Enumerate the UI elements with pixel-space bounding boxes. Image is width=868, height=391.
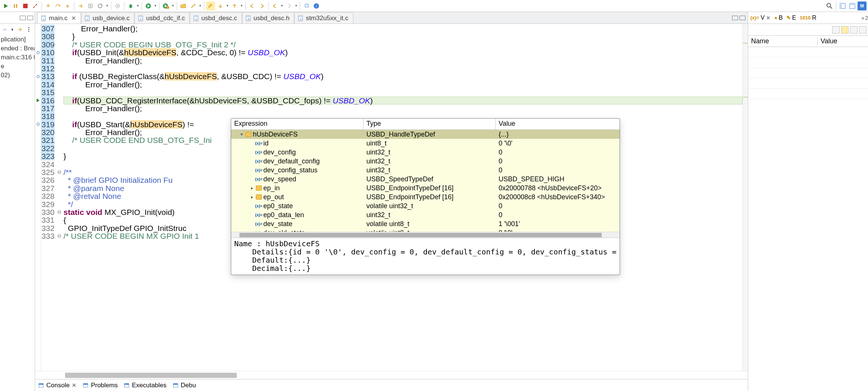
sync-up-icon[interactable] xyxy=(230,1,239,10)
maximize-view-icon[interactable] xyxy=(27,16,33,20)
popup-row[interactable]: (x)=dev_speed USBD_SpeedTypeDef USBD_SPE… xyxy=(231,175,620,184)
target-icon[interactable] xyxy=(113,1,122,10)
dropdown-arrow-icon[interactable]: ▼ xyxy=(171,1,175,10)
add-expression-icon[interactable] xyxy=(841,26,849,34)
instruction-mode-icon[interactable] xyxy=(16,26,23,33)
variables-col-value[interactable]: Value xyxy=(818,37,868,45)
right-tab[interactable]: ● B xyxy=(774,15,783,21)
restart-icon[interactable] xyxy=(96,1,105,10)
debug-stack-line[interactable]: e xyxy=(1,62,35,71)
debug-bug-icon[interactable] xyxy=(126,1,135,10)
dropdown-arrow-icon[interactable]: ▼ xyxy=(280,1,284,10)
step-into-icon[interactable] xyxy=(44,1,53,10)
dropdown-arrow-icon[interactable]: ▼ xyxy=(198,1,202,10)
dropdown-arrow-icon[interactable]: ▼ xyxy=(10,28,14,32)
bottom-tab[interactable]: Console ✕ xyxy=(38,382,77,389)
tree-twistie-icon[interactable]: ▸ xyxy=(250,194,254,200)
bottom-tab[interactable]: Executables xyxy=(124,382,167,389)
bottom-tab[interactable]: Debu xyxy=(173,382,196,389)
popup-horizontal-scrollbar[interactable] xyxy=(231,232,620,238)
dropdown-arrow-icon[interactable]: ▼ xyxy=(294,1,298,10)
maximize-editor-icon[interactable] xyxy=(740,16,745,20)
debug-stack-line[interactable]: plication] xyxy=(1,35,35,44)
dropdown-arrow-icon[interactable]: ▼ xyxy=(154,1,157,10)
instruction-step-icon[interactable] xyxy=(76,1,85,10)
popup-col-expression[interactable]: Expression xyxy=(231,119,363,129)
variables-col-name[interactable]: Name xyxy=(748,37,818,45)
nav-fwd-alt-icon[interactable] xyxy=(257,1,266,10)
editor-tab[interactable]: .cusbd_cdc_if.c xyxy=(134,12,190,24)
overview-ruler[interactable] xyxy=(743,24,748,371)
debug-stack-line[interactable]: 02) xyxy=(1,71,35,80)
suspend-icon[interactable] xyxy=(11,1,20,10)
popup-row[interactable]: (x)=dev_default_config uint32_t 0 xyxy=(231,157,620,166)
popup-row[interactable]: (x)=dev_config_status uint32_t 0 xyxy=(231,166,620,175)
close-icon[interactable]: ✕ xyxy=(72,382,77,389)
wand-icon[interactable] xyxy=(189,1,198,10)
perspective-2-icon[interactable] xyxy=(848,1,857,10)
close-icon[interactable]: ✕ xyxy=(766,15,771,21)
perspective-1-icon[interactable] xyxy=(838,1,847,10)
popup-row[interactable]: (x)=dev_state volatile uint8_t 1 '\001' xyxy=(231,219,620,228)
back-icon[interactable] xyxy=(270,1,279,10)
debug-stack-line[interactable]: main.c:316 0 xyxy=(1,53,35,62)
popup-col-value[interactable]: Value xyxy=(496,119,620,129)
info-icon[interactable]: i xyxy=(312,1,321,10)
editor-tab[interactable]: .cstm32u5xx_it.c xyxy=(294,12,353,24)
view-menu-icon[interactable] xyxy=(25,26,32,33)
close-icon[interactable]: ✕ xyxy=(71,15,76,22)
editor-tab[interactable]: .cusb_device.c xyxy=(81,12,134,24)
forward-icon[interactable] xyxy=(285,1,294,10)
step-return-icon[interactable] xyxy=(63,1,72,10)
popup-col-type[interactable]: Type xyxy=(363,119,496,129)
bottom-tab[interactable]: Problems xyxy=(83,382,118,389)
open-folder-icon[interactable] xyxy=(179,1,188,10)
dropdown-arrow-icon[interactable]: ▼ xyxy=(105,1,109,10)
right-tab[interactable]: (x)= V ✕ xyxy=(750,15,771,21)
disconnect-icon[interactable] xyxy=(31,1,40,10)
collapse-all-icon[interactable] xyxy=(832,26,840,34)
popup-row[interactable]: (x)=id uint8_t 0 '\0' xyxy=(231,139,620,148)
popup-row[interactable]: ▸ep_out USBD_EndpointTypeDef [16] 0x2000… xyxy=(231,193,620,201)
svg-rect-11 xyxy=(305,4,308,7)
dropdown-arrow-icon[interactable]: ▼ xyxy=(226,1,229,10)
more-tabs-indicator[interactable]: » 2 xyxy=(861,15,868,21)
popup-row[interactable]: (x)=dev_config uint32_t 0 xyxy=(231,148,620,157)
right-tab[interactable]: ✎ E xyxy=(787,15,796,21)
dropdown-arrow-icon[interactable]: ▼ xyxy=(136,1,140,10)
popup-row[interactable]: (x)=dev_old_state volatile uint8_t 0 '\0… xyxy=(231,228,620,232)
bottom-tab-label: Console xyxy=(46,382,69,389)
popup-row[interactable]: (x)=ep0_state volatile uint32_t 0 xyxy=(231,201,620,210)
sync-down-icon[interactable] xyxy=(216,1,225,10)
editor-horizontal-scrollbar[interactable] xyxy=(35,371,748,379)
resume-icon[interactable] xyxy=(1,1,10,10)
popup-detail-pane[interactable]: Name : hUsbDeviceFS Details:{id = 0 '\0'… xyxy=(231,238,620,275)
terminate-icon[interactable] xyxy=(21,1,30,10)
step-over-icon[interactable] xyxy=(53,1,62,10)
popup-row[interactable]: ▸ep_in USBD_EndpointTypeDef [16] 0x20000… xyxy=(231,184,620,193)
popup-row[interactable]: (x)=ep0_data_len uint32_t 0 xyxy=(231,210,620,219)
layout-toggle-icon[interactable] xyxy=(850,26,858,34)
editor-tab[interactable]: .cmain.c✕ xyxy=(37,12,81,24)
highlight-toggle-icon[interactable] xyxy=(206,1,215,10)
popup-row-type: uint32_t xyxy=(363,166,496,174)
tree-twistie-icon[interactable]: ▾ xyxy=(239,132,244,137)
editor-tab[interactable]: .husbd_desc.h xyxy=(242,12,294,24)
debug-stack-line[interactable]: ended : Brea xyxy=(1,44,35,53)
search-icon[interactable] xyxy=(825,1,834,10)
drop-frame-icon[interactable] xyxy=(86,1,95,10)
minimize-view-icon[interactable] xyxy=(20,16,26,20)
tree-twistie-icon[interactable]: ▸ xyxy=(250,185,254,191)
nav-back-alt-icon[interactable] xyxy=(248,1,257,10)
run-last-icon[interactable] xyxy=(161,1,170,10)
editor-tab[interactable]: .cusbd_desc.c xyxy=(190,12,242,24)
pin-editor-icon[interactable] xyxy=(302,1,311,10)
minimize-editor-icon[interactable] xyxy=(732,16,738,20)
run-icon[interactable] xyxy=(144,1,153,10)
collapse-all-icon[interactable] xyxy=(1,26,8,33)
perspective-m-icon[interactable]: M xyxy=(858,1,867,10)
popup-row[interactable]: ▾hUsbDeviceFS USBD_HandleTypeDef {...} xyxy=(231,130,620,139)
right-tab[interactable]: 1010 R xyxy=(800,15,816,21)
view-menu-icon[interactable] xyxy=(859,26,867,34)
dropdown-arrow-icon[interactable]: ▼ xyxy=(240,1,244,10)
